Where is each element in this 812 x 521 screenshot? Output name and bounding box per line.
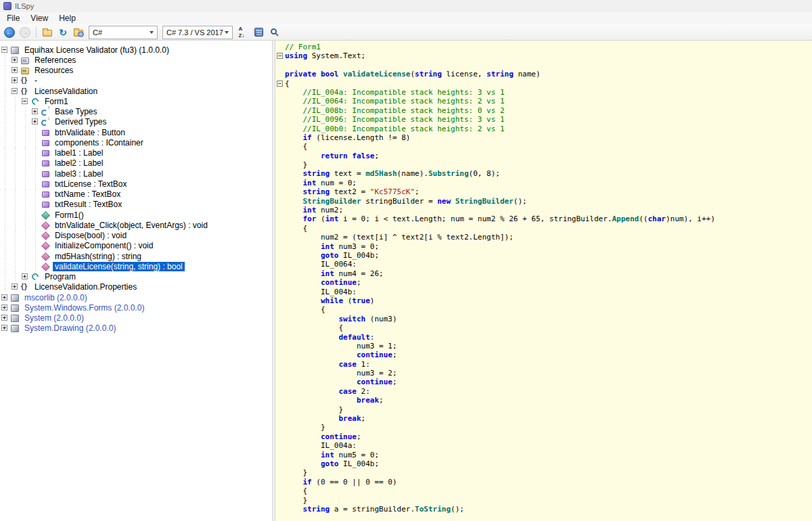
tree-item[interactable]: +Resources	[0, 66, 272, 76]
assembly-icon	[10, 293, 20, 302]
tree-expander-slot: −	[0, 45, 10, 55]
code-view[interactable]: // Form1−using System.Text; private bool…	[275, 41, 812, 521]
main-area: −Equihax License Validator (fu3) (1.0.0.…	[0, 41, 812, 521]
tree-item-label: Equihax License Validator (fu3) (1.0.0.0…	[22, 45, 171, 55]
chevron-down-icon	[150, 31, 154, 34]
reload-button[interactable]	[56, 26, 70, 39]
tree-item[interactable]: txtLicense : TextBox	[0, 179, 272, 189]
tree-item[interactable]: btnValidate : Button	[0, 127, 272, 137]
open-gac-button[interactable]	[72, 26, 85, 39]
window-title: ILSpy	[15, 2, 34, 10]
tree-expander-slot: +	[10, 66, 20, 76]
language-version-select[interactable]: C# 7.3 / VS 2017	[162, 26, 233, 39]
tree-item[interactable]: label2 : Label	[0, 158, 272, 168]
back-icon	[4, 27, 15, 38]
tree-indent-guide	[10, 200, 20, 210]
code-line: IL_004a:	[277, 441, 812, 450]
assembly-list-button[interactable]	[252, 26, 265, 39]
code-line: {	[277, 224, 812, 233]
tree-item[interactable]: InitializeComponent() : void	[0, 241, 272, 251]
collapse-toggle-icon[interactable]: −	[1, 47, 7, 53]
title-bar: ILSpy	[0, 0, 812, 12]
tree-item[interactable]: validateLicense(string, string) : bool	[0, 261, 272, 271]
collapse-toggle-icon[interactable]: −	[22, 98, 28, 104]
tree-item[interactable]: −Equihax License Validator (fu3) (1.0.0.…	[0, 45, 272, 55]
expand-toggle-icon[interactable]: +	[1, 325, 7, 331]
code-line	[277, 61, 812, 70]
tree-item[interactable]: −Form1	[0, 96, 272, 106]
tree-item-label: btnValidate : Button	[53, 128, 127, 137]
tree-item[interactable]: +mscorlib (2.0.0.0)	[0, 292, 272, 302]
search-button[interactable]	[267, 26, 281, 39]
code-line: }	[277, 496, 812, 505]
tree-item[interactable]: components : IContainer	[0, 137, 272, 148]
tree-item[interactable]: md5Hash(string) : string	[0, 251, 272, 261]
expand-toggle-icon[interactable]: +	[12, 57, 18, 63]
code-line: continue;	[277, 278, 812, 287]
forward-button[interactable]	[18, 26, 32, 39]
fold-toggle-icon[interactable]: −	[277, 81, 283, 87]
tree-indent-guide	[10, 251, 20, 261]
tree-indent-guide	[10, 272, 20, 282]
code-line: int num5 = 0;	[277, 451, 812, 459]
tree-expander-slot	[30, 210, 41, 220]
tree-item[interactable]: +System.Drawing (2.0.0.0)	[0, 323, 272, 334]
menu-view[interactable]: View	[25, 13, 53, 24]
expand-toggle-icon[interactable]: +	[12, 77, 18, 83]
code-line: }	[277, 468, 812, 477]
tree-item[interactable]: +System (2.0.0.0)	[0, 313, 272, 323]
tree-indent-guide	[0, 148, 10, 158]
tree-item[interactable]: +Base Types	[0, 107, 272, 117]
menu-help[interactable]: Help	[53, 13, 81, 24]
tree-item[interactable]: +Program	[0, 272, 272, 282]
tree-item[interactable]: +System.Windows.Forms (2.0.0.0)	[0, 302, 272, 313]
expand-toggle-icon[interactable]: +	[32, 118, 38, 124]
expand-toggle-icon[interactable]: +	[32, 108, 38, 114]
back-button[interactable]	[3, 26, 16, 39]
gac-folder-icon	[74, 30, 83, 37]
sort-assemblies-button[interactable]	[236, 26, 250, 39]
expand-toggle-icon[interactable]: +	[1, 294, 7, 300]
tree-item[interactable]: Form1()	[0, 210, 272, 220]
assembly-list-icon	[254, 28, 263, 37]
code-line: {	[277, 486, 812, 495]
tree-item-label: -	[32, 76, 39, 85]
tree-item-label: validateLicense(string, string) : bool	[53, 262, 185, 271]
tree-item[interactable]: btnValidate_Click(object, EventArgs) : v…	[0, 220, 272, 230]
tree-item[interactable]: +-	[0, 76, 272, 86]
code-line: goto IL_004b;	[277, 459, 812, 468]
tree-indent-guide	[10, 241, 20, 251]
assembly-tree[interactable]: −Equihax License Validator (fu3) (1.0.0.…	[0, 41, 272, 521]
tree-expander-slot: +	[30, 117, 41, 127]
expand-toggle-icon[interactable]: +	[12, 284, 18, 290]
tree-item[interactable]: txtName : TextBox	[0, 189, 272, 200]
fold-toggle-icon[interactable]: −	[277, 53, 283, 59]
tree-indent-guide	[10, 220, 20, 230]
expand-toggle-icon[interactable]: +	[22, 273, 28, 279]
expand-toggle-icon[interactable]: +	[1, 304, 7, 311]
tree-item[interactable]: +Derived Types	[0, 117, 272, 127]
class-icon	[30, 272, 40, 281]
code-line: }	[277, 405, 812, 414]
code-line: }	[277, 160, 812, 169]
language-select[interactable]: C#	[89, 26, 158, 39]
code-line: {	[277, 305, 812, 314]
menu-file[interactable]: File	[1, 13, 25, 24]
expand-toggle-icon[interactable]: +	[12, 67, 18, 73]
tree-expander-slot	[30, 251, 41, 261]
tree-item[interactable]: txtResult : TextBox	[0, 200, 272, 210]
tree-indent-guide	[10, 168, 20, 179]
tree-item[interactable]: Dispose(bool) : void	[0, 231, 272, 241]
tree-indent-guide	[20, 148, 30, 158]
tree-item[interactable]: +LicenseValidation.Properties	[0, 282, 272, 292]
tree-expander-slot: −	[20, 96, 30, 106]
collapse-toggle-icon[interactable]: −	[12, 88, 18, 94]
code-line: while (true)	[277, 296, 812, 305]
tree-item[interactable]: label3 : Label	[0, 168, 272, 179]
tree-item[interactable]: −LicenseValidation	[0, 86, 272, 96]
expand-toggle-icon[interactable]: +	[1, 315, 7, 321]
tree-item[interactable]: label1 : Label	[0, 148, 272, 158]
tree-indent-guide	[0, 261, 10, 271]
open-file-button[interactable]	[41, 26, 54, 39]
tree-item[interactable]: +References	[0, 55, 272, 65]
